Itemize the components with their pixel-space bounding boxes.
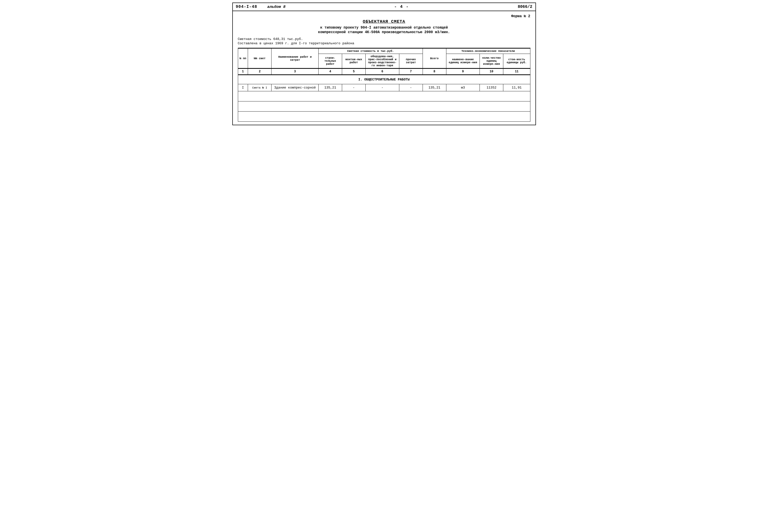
col-header-tech-group: Технико-экономические показатели bbox=[446, 48, 530, 54]
header-doc-number: 904-I-48 bbox=[236, 5, 257, 9]
table-row: I Смета № I Здание компрес-сорной 135,21… bbox=[238, 84, 530, 91]
col-header-name: Наименование работ и затрат bbox=[272, 48, 319, 69]
empty-row-3 bbox=[238, 112, 530, 122]
col-header-naimen: наимено-вание единиц измере-ния bbox=[446, 54, 480, 69]
col-num-1: 1 bbox=[238, 69, 248, 75]
row1-c5: - bbox=[342, 84, 366, 91]
subtitle-line2: компрессорной станции 4К-500А производит… bbox=[238, 30, 530, 34]
col-num-7: 7 bbox=[399, 69, 423, 75]
col-num-8: 8 bbox=[423, 69, 446, 75]
subtitle-line1: к типовому проекту 904-I автоматизирован… bbox=[238, 26, 530, 30]
col-header-kol: коли-чество единиц измере-ния bbox=[480, 54, 503, 69]
header-album: альбом 8 bbox=[267, 5, 285, 9]
row1-c9: м3 bbox=[446, 84, 480, 91]
header-page-number: - 4 - bbox=[285, 5, 518, 9]
row1-c8: 135,21 bbox=[423, 84, 446, 91]
col-header-vsego: Всего bbox=[423, 48, 446, 69]
col-header-prochih: прочих затрат bbox=[399, 54, 423, 69]
cost-line: Сметная стоимость 648,31 тыс.руб. bbox=[238, 37, 530, 41]
col-num-6: 6 bbox=[365, 69, 399, 75]
table-header-row1: № пп №№ смет Наименование работ и затрат… bbox=[238, 48, 530, 54]
col-header-stoi: стои-мость единицы руб. bbox=[503, 54, 530, 69]
row1-c1: I bbox=[238, 84, 248, 91]
content-area: Форма № 2 ОБЪЕКТНАЯ СМЕТА к типовому про… bbox=[233, 11, 535, 125]
info-block: Сметная стоимость 648,31 тыс.руб. Состав… bbox=[238, 37, 530, 45]
col-num-4: 4 bbox=[319, 69, 342, 75]
col-header-num: № пп bbox=[238, 48, 248, 69]
form-number: Форма № 2 bbox=[238, 14, 530, 18]
row1-c3: Здание компрес-сорной bbox=[272, 84, 319, 91]
col-num-3: 3 bbox=[272, 69, 319, 75]
col-num-10: 10 bbox=[480, 69, 503, 75]
row1-c2: Смета № I bbox=[248, 84, 272, 91]
col-num-5: 5 bbox=[342, 69, 366, 75]
col-header-oborud: оборудова-ния, прис-пособлений и произ-в… bbox=[365, 54, 399, 69]
document-title: ОБЪЕКТНАЯ СМЕТА bbox=[238, 19, 530, 24]
title-block: ОБЪЕКТНАЯ СМЕТА к типовому проекту 904-I… bbox=[238, 19, 530, 34]
page: 904-I-48 альбом 8 - 4 - 8066/2 Форма № 2… bbox=[232, 3, 536, 125]
header-right-number: 8066/2 bbox=[518, 5, 532, 9]
row1-c11: 11,91 bbox=[503, 84, 530, 91]
col-header-stroit: строи-тельных работ bbox=[319, 54, 342, 69]
row1-c7: - bbox=[399, 84, 423, 91]
header-row: 904-I-48 альбом 8 - 4 - 8066/2 bbox=[233, 3, 535, 11]
section-title-row: I. ОБЩЕСТРОИТЕЛЬНЫЕ РАБОТЫ bbox=[238, 75, 530, 84]
row1-c4: 135,21 bbox=[319, 84, 342, 91]
section1-title: I. ОБЩЕСТРОИТЕЛЬНЫЕ РАБОТЫ bbox=[238, 75, 530, 84]
empty-row-1 bbox=[238, 91, 530, 101]
empty-row-2 bbox=[238, 101, 530, 112]
col-num-9: 9 bbox=[446, 69, 480, 75]
col-header-montazh: монтаж-ных работ bbox=[342, 54, 366, 69]
col-num-2: 2 bbox=[248, 69, 272, 75]
row1-c6: - bbox=[365, 84, 399, 91]
col-num-11: 11 bbox=[503, 69, 530, 75]
table-col-numbers-row: 1 2 3 4 5 6 7 8 9 10 11 bbox=[238, 69, 530, 75]
price-line: Составлена в ценах 1969 г. для I-го терр… bbox=[238, 41, 530, 45]
main-table: № пп №№ смет Наименование работ и затрат… bbox=[238, 48, 530, 122]
col-header-smeta: №№ смет bbox=[248, 48, 272, 69]
col-header-cost-group: Сметная стоимость в тыс.руб. bbox=[319, 48, 423, 54]
row1-c10: 11352 bbox=[480, 84, 503, 91]
